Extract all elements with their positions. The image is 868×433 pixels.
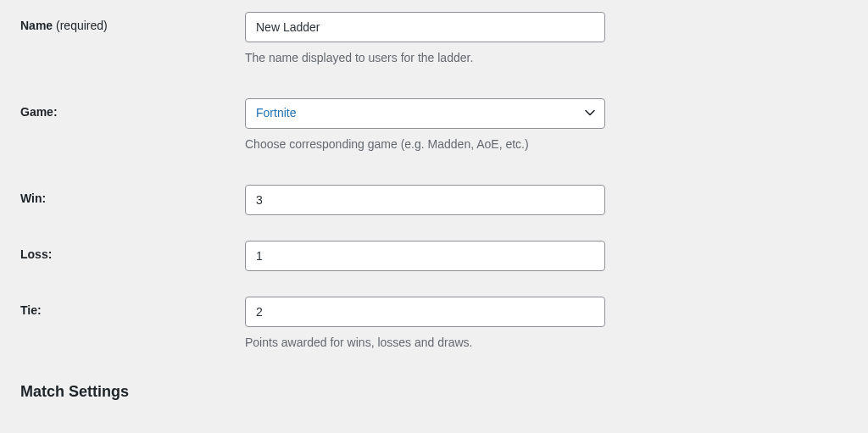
game-description: Choose corresponding game (e.g. Madden, … [245, 137, 605, 151]
match-settings-heading: Match Settings [20, 383, 848, 401]
tie-label: Tie: [20, 303, 42, 317]
name-description: The name displayed to users for the ladd… [245, 51, 605, 64]
game-label: Game: [20, 105, 58, 119]
loss-label: Loss: [20, 247, 52, 261]
tie-input[interactable] [245, 297, 605, 327]
win-input[interactable] [245, 185, 605, 215]
loss-input[interactable] [245, 241, 605, 271]
win-label: Win: [20, 192, 46, 205]
tie-description: Points awarded for wins, losses and draw… [245, 336, 605, 349]
name-required-suffix: (required) [56, 19, 108, 32]
game-select[interactable]: Fortnite [245, 98, 605, 129]
name-input[interactable] [245, 12, 605, 42]
name-label: Name (required) [20, 19, 108, 32]
name-label-text: Name [20, 19, 53, 32]
